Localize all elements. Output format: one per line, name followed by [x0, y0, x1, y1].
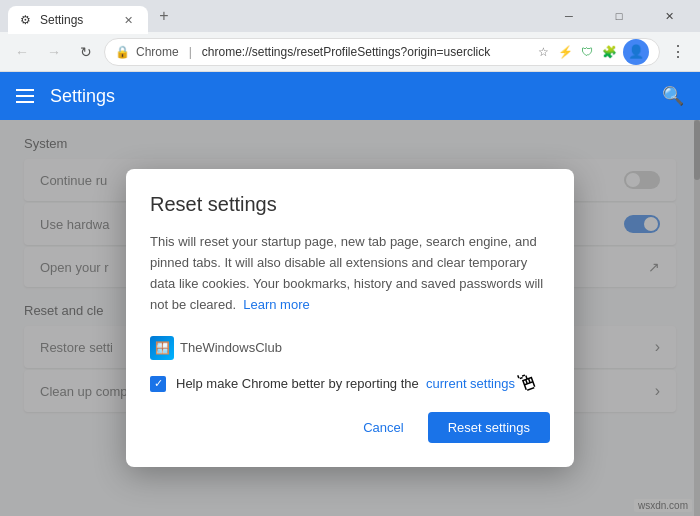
active-tab[interactable]: ⚙ Settings ✕	[8, 6, 148, 34]
separator: |	[189, 45, 192, 59]
hamburger-menu[interactable]	[16, 89, 34, 103]
address-icons: ☆ ⚡ 🛡 🧩 👤	[533, 39, 649, 65]
checkbox-check-icon: ✓	[154, 377, 163, 390]
watermark-logo-icon: 🪟	[155, 341, 170, 355]
settings-page-title: Settings	[50, 86, 115, 107]
modal-overlay: Reset settings This will reset your star…	[0, 120, 700, 516]
profile-icon[interactable]: 👤	[623, 39, 649, 65]
watermark-logo: 🪟	[150, 336, 174, 360]
new-tab-button[interactable]: +	[152, 4, 176, 28]
address-bar[interactable]: 🔒 Chrome | chrome://settings/resetProfil…	[104, 38, 660, 66]
reset-settings-dialog: Reset settings This will reset your star…	[126, 169, 574, 466]
navigation-bar: ← → ↻ 🔒 Chrome | chrome://settings/reset…	[0, 32, 700, 72]
shield-icon[interactable]: 🛡	[577, 42, 597, 62]
current-settings-link[interactable]: current settings	[426, 376, 515, 391]
address-text: chrome://settings/resetProfileSettings?o…	[202, 45, 527, 59]
main-menu-button[interactable]: ⋮	[664, 38, 692, 66]
forward-button[interactable]: →	[40, 38, 68, 66]
hamburger-line-2	[16, 95, 34, 97]
tab-title: Settings	[40, 13, 83, 27]
watermark-text: TheWindowsClub	[180, 340, 282, 355]
dialog-title: Reset settings	[150, 193, 550, 216]
settings-content: System Continue ru Use hardwa Open your …	[0, 120, 700, 516]
learn-more-link[interactable]: Learn more	[243, 297, 309, 312]
tab-strip: ⚙ Settings ✕ +	[8, 0, 176, 32]
chrome-label: Chrome	[136, 45, 179, 59]
bookmark-icon[interactable]: ☆	[533, 42, 553, 62]
close-button[interactable]: ✕	[646, 0, 692, 32]
minimize-button[interactable]: ─	[546, 0, 592, 32]
hamburger-line-1	[16, 89, 34, 91]
tab-area: ⚙ Settings ✕ +	[8, 0, 176, 32]
back-button[interactable]: ←	[8, 38, 36, 66]
tab-favicon: ⚙	[20, 13, 34, 27]
extension-icon[interactable]: 🧩	[599, 42, 619, 62]
checkbox-label-text: Help make Chrome better by reporting the…	[176, 376, 515, 391]
watermark-container: 🪟 TheWindowsClub	[150, 336, 550, 360]
lock-icon: 🔒	[115, 45, 130, 59]
refresh-button[interactable]: ↻	[72, 38, 100, 66]
settings-search-icon[interactable]: 🔍	[662, 85, 684, 107]
performance-icon[interactable]: ⚡	[555, 42, 575, 62]
tab-close-button[interactable]: ✕	[120, 12, 136, 28]
report-checkbox[interactable]: ✓	[150, 376, 166, 392]
reset-settings-button[interactable]: Reset settings	[428, 412, 550, 443]
dialog-body-text: This will reset your startup page, new t…	[150, 234, 543, 311]
maximize-button[interactable]: □	[596, 0, 642, 32]
window-controls: ─ □ ✕	[546, 0, 692, 32]
title-bar: ⚙ Settings ✕ + ─ □ ✕	[0, 0, 700, 32]
cancel-button[interactable]: Cancel	[347, 412, 419, 443]
dialog-actions: Cancel Reset settings	[150, 412, 550, 443]
settings-header: Settings 🔍	[0, 72, 700, 120]
checkbox-label-part1: Help make Chrome better by reporting the	[176, 376, 419, 391]
dialog-body: This will reset your startup page, new t…	[150, 232, 550, 315]
hamburger-line-3	[16, 101, 34, 103]
checkbox-row: ✓ Help make Chrome better by reporting t…	[150, 376, 550, 392]
